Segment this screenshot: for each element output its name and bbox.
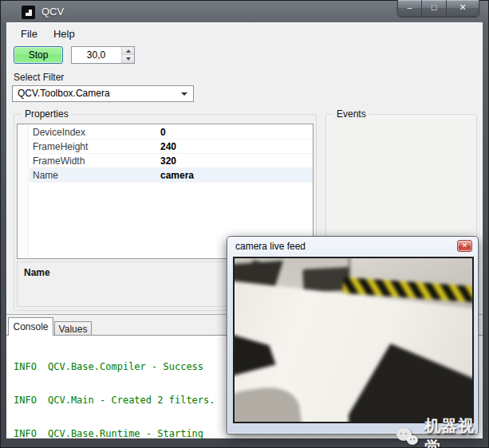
minimize-icon: – <box>407 3 412 12</box>
watermark-text: 机器视觉 <box>424 415 489 448</box>
property-name: FrameHeight <box>30 141 160 152</box>
bubble-eye <box>400 433 402 434</box>
title-bar[interactable]: QCV – □ ✕ <box>0 0 489 22</box>
property-value: 240 <box>160 141 176 152</box>
qcv-app-icon-dot <box>26 10 29 13</box>
log-message: QCV.Main - Created 2 filters. <box>48 395 215 406</box>
wechat-bubbles-icon <box>396 427 420 447</box>
log-level: INFO <box>14 395 48 406</box>
close-icon: ✕ <box>462 242 468 250</box>
filter-combobox[interactable]: QCV.Toolbox.Camera <box>12 85 194 102</box>
menu-bar: File Help <box>13 24 83 43</box>
console-line: INFOQCV.Base.Compiler - Success <box>14 361 215 372</box>
camera-feed-close-button[interactable]: ✕ <box>457 240 472 252</box>
spinner-down-button[interactable] <box>122 55 134 63</box>
window-controls: – □ ✕ <box>397 0 479 17</box>
spinner-up-icon <box>126 49 131 53</box>
bubble-eye <box>405 433 407 434</box>
minimize-button[interactable]: – <box>397 0 422 17</box>
tab-values[interactable]: Values <box>54 321 92 336</box>
log-level: INFO <box>14 428 48 439</box>
property-grid-gutter <box>18 124 29 258</box>
console-line: INFOQCV.Main - Created 2 filters. <box>14 395 215 406</box>
property-value: camera <box>160 170 194 181</box>
console-output: INFOQCV.Base.Compiler - Success INFOQCV.… <box>14 339 215 448</box>
maximize-icon: □ <box>432 3 437 12</box>
camera-feed-window[interactable]: camera live feed ✕ <box>227 236 479 434</box>
select-filter-label: Select Filter <box>14 72 64 83</box>
table-row-selected[interactable]: Name camera <box>30 168 313 183</box>
property-value: 320 <box>160 155 176 167</box>
qcv-app-icon <box>22 6 35 19</box>
log-message: QCV.Base.Runtime - Starting <box>48 428 203 439</box>
qcv-main-window: QCV – □ ✕ File Help Stop 30,0 Select Fil… <box>0 0 489 448</box>
chevron-down-icon <box>181 92 187 96</box>
camera-scene-layers <box>235 258 472 422</box>
log-message: QCV.Base.Compiler - Success <box>48 361 203 372</box>
property-name: DeviceIndex <box>30 127 160 138</box>
interval-spinner[interactable]: 30,0 <box>71 46 135 64</box>
chat-bubble-small <box>407 435 418 445</box>
camera-feed-image <box>235 258 472 422</box>
spinner-arrows <box>121 47 134 63</box>
events-group-label: Events <box>333 108 369 120</box>
table-row[interactable]: FrameHeight 240 <box>30 140 313 154</box>
stop-button[interactable]: Stop <box>14 46 63 64</box>
log-level: INFO <box>14 361 48 372</box>
close-button[interactable]: ✕ <box>447 0 479 17</box>
camera-feed-title: camera live feed <box>235 241 306 252</box>
maximize-button[interactable]: □ <box>422 0 447 17</box>
camera-feed-viewport <box>233 257 474 423</box>
bubble-eye <box>410 438 412 440</box>
table-row[interactable]: FrameWidth 320 <box>30 154 313 168</box>
close-icon: ✕ <box>459 3 466 12</box>
spinner-up-button[interactable] <box>122 47 134 55</box>
bubble-eye <box>413 438 415 440</box>
spinner-value: 30,0 <box>72 47 120 63</box>
watermark: 机器视觉 <box>396 415 489 448</box>
property-value: 0 <box>160 127 166 138</box>
table-row[interactable]: DeviceIndex 0 <box>30 125 313 140</box>
window-title: QCV <box>41 6 64 18</box>
filter-combobox-value: QCV.Toolbox.Camera <box>18 86 177 101</box>
menu-help[interactable]: Help <box>45 25 83 43</box>
menu-file[interactable]: File <box>13 25 45 43</box>
tab-console[interactable]: Console <box>8 317 53 336</box>
property-name: FrameWidth <box>30 155 160 167</box>
property-rows: DeviceIndex 0 FrameHeight 240 FrameWidth… <box>30 125 313 183</box>
console-line: INFOQCV.Base.Runtime - Starting <box>14 428 215 439</box>
spinner-down-icon <box>126 57 131 61</box>
properties-group-label: Properties <box>22 108 72 120</box>
property-name: Name <box>30 170 160 181</box>
